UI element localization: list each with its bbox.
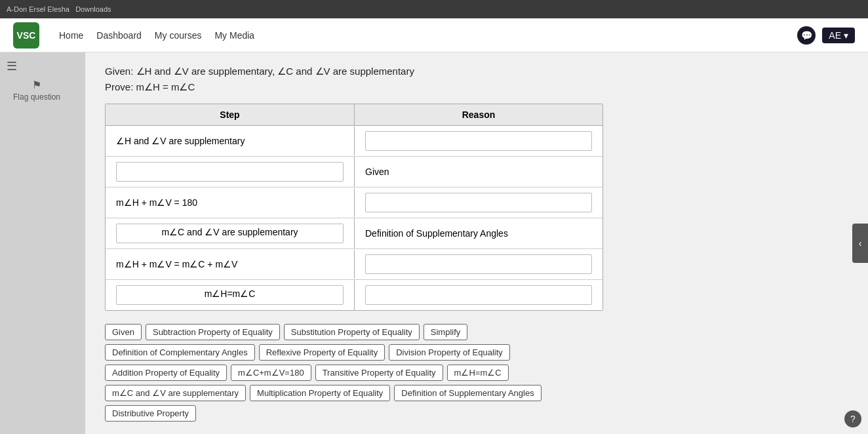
dropdown-chevron-icon: ▾ (844, 30, 848, 41)
step-cell-6: m∠H=m∠C (106, 280, 355, 310)
app-logo: VSC (13, 22, 39, 49)
problem-prove: Prove: m∠H = m∠C (105, 81, 848, 93)
chat-icon[interactable]: 💬 (797, 26, 816, 45)
flag-label: Flag question (13, 92, 60, 102)
reason-cell-6 (355, 280, 602, 310)
help-button[interactable]: ? (844, 410, 861, 427)
step-input-4[interactable]: m∠C and ∠V are supplementary (116, 224, 344, 243)
answer-tile[interactable]: m∠C+m∠V=180 (231, 365, 311, 381)
user-initials: AE (829, 30, 841, 41)
answer-tile[interactable]: Addition Property of Equality (105, 365, 227, 381)
step-input-2[interactable] (116, 162, 344, 182)
user-avatar-button[interactable]: AE ▾ (822, 28, 855, 43)
reason-cell-1 (355, 126, 602, 156)
reason-cell-4: Definition of Supplementary Angles (355, 219, 602, 248)
header-right: 💬 AE ▾ (797, 26, 855, 45)
step-cell-1: ∠H and ∠V are supplementary (106, 127, 355, 155)
answer-tile[interactable]: Simplify (424, 324, 468, 340)
menu-icon[interactable]: ☰ (7, 59, 17, 73)
step-text-5: m∠H + m∠V = m∠C + m∠V (116, 259, 237, 269)
content-area: Given: ∠H and ∠V are supplementary, ∠C a… (85, 52, 868, 434)
flag-icon: ⚑ (32, 79, 41, 91)
flag-question-button[interactable]: ⚑ Flag question (13, 79, 60, 102)
answer-tile[interactable]: Definition of Supplementary Angles (394, 385, 541, 401)
step-cell-2 (106, 157, 355, 187)
table-row: m∠H=m∠C (106, 280, 602, 310)
answer-tile[interactable]: Definition of Complementary Angles (105, 344, 255, 361)
column-step-header: Step (106, 104, 355, 125)
reason-text-4: Definition of Supplementary Angles (365, 228, 508, 239)
reason-input-6[interactable] (365, 285, 592, 305)
reason-input-5[interactable] (365, 254, 592, 274)
step-cell-5: m∠H + m∠V = m∠C + m∠V (106, 250, 355, 279)
browser-title: A-Don Ersel Elesha Downloads (7, 5, 111, 13)
right-arrow-button[interactable]: ‹ (852, 224, 868, 263)
reason-input-3[interactable] (365, 193, 592, 212)
answer-tile[interactable]: Multiplication Property of Equality (250, 385, 390, 401)
table-row: m∠C and ∠V are supplementary Definition … (106, 218, 602, 249)
step-text-3: m∠H + m∠V = 180 (116, 197, 197, 208)
step-cell-4: m∠C and ∠V are supplementary (106, 218, 355, 248)
step-input-6[interactable]: m∠H=m∠C (116, 285, 344, 305)
step-text-1: ∠H and ∠V are supplementary (116, 136, 245, 146)
nav-media[interactable]: My Media (214, 30, 254, 41)
problem-given: Given: ∠H and ∠V are supplementary, ∠C a… (105, 66, 848, 77)
answer-tile[interactable]: m∠H=m∠C (447, 365, 509, 381)
answer-tile[interactable]: m∠C and ∠V are supplementary (105, 385, 246, 401)
answer-tile[interactable]: Substitution Property of Equality (284, 324, 420, 340)
reason-cell-2: Given (355, 157, 602, 186)
nav-courses[interactable]: My courses (155, 30, 202, 41)
reason-cell-3 (355, 187, 602, 218)
step-cell-3: m∠H + m∠V = 180 (106, 188, 355, 217)
answer-tile[interactable]: Distributive Property (105, 405, 196, 422)
column-reason-header: Reason (355, 104, 602, 125)
answer-tile[interactable]: Reflexive Property of Equality (259, 344, 385, 361)
sidebar: ☰ ⚑ Flag question (0, 52, 85, 434)
main-layout: ☰ ⚑ Flag question Given: ∠H and ∠V are s… (0, 52, 868, 434)
reason-cell-5 (355, 249, 602, 279)
answer-tile[interactable]: Subtraction Property of Equality (146, 324, 280, 340)
table-row: m∠H + m∠V = 180 (106, 187, 602, 218)
answer-tile[interactable]: Given (105, 324, 142, 340)
browser-bar: A-Don Ersel Elesha Downloads (0, 0, 868, 18)
nav-dashboard[interactable]: Dashboard (96, 30, 142, 41)
answer-tiles-container: GivenSubtraction Property of EqualitySub… (105, 324, 616, 422)
app-header: VSC Home Dashboard My courses My Media 💬… (0, 18, 868, 52)
table-row: ∠H and ∠V are supplementary (106, 126, 602, 157)
table-row: Given (106, 157, 602, 187)
table-row: m∠H + m∠V = m∠C + m∠V (106, 249, 602, 280)
main-nav: Home Dashboard My courses My Media (59, 30, 254, 41)
nav-home[interactable]: Home (59, 30, 83, 41)
table-header: Step Reason (106, 104, 602, 126)
reason-text-2: Given (365, 167, 389, 177)
answer-tile[interactable]: Division Property of Equality (389, 344, 510, 361)
answer-tile[interactable]: Transitive Property of Equality (315, 365, 443, 381)
proof-table: Step Reason ∠H and ∠V are supplementary … (105, 104, 603, 311)
reason-input-1[interactable] (365, 131, 592, 151)
